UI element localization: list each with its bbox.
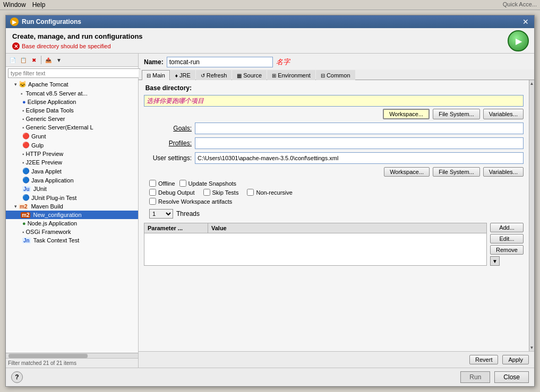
tree-item-http-preview[interactable]: ▪ HTTP Preview [6,150,138,158]
base-directory-row: Base directory: [144,84,524,92]
variables-button-1[interactable]: Variables... [483,109,524,119]
add-param-button[interactable]: Add... [490,223,524,232]
profiles-label: Profiles: [144,140,192,147]
scroll-up-arrow[interactable]: ▲ [530,80,534,87]
resolve-workspace-checkbox[interactable] [149,198,156,205]
params-area-row: Parameter ... Value Add... Edit... Remov… [144,223,524,270]
tree-item-eclipse-data[interactable]: ▪ Eclipse Data Tools [6,106,138,115]
profiles-input[interactable] [195,137,524,149]
tree-item-apache-tomcat[interactable]: ▾ 🐱 Apache Tomcat [6,80,138,89]
tree-item-junit-plugin[interactable]: 🔵 JUnit Plug-in Test [6,193,138,202]
tree-item-new-configuration[interactable]: m2 New_configuration [6,211,138,219]
menu-bar: Window Help Quick Acce... [0,0,540,10]
update-snapshots-checkbox[interactable] [179,180,186,187]
dialog-close-button[interactable]: ✕ [521,18,530,26]
apply-button[interactable]: Apply [502,355,529,364]
grunt-icon: 🔴 [22,133,30,140]
update-snapshots-label: Update Snapshots [188,180,237,187]
tab-environment-label: Environment [278,72,311,79]
resolve-workspace-checkbox-item: Resolve Workspace artifacts [149,198,232,205]
scroll-down-arrow[interactable]: ▼ [530,344,534,351]
filesys-button-2[interactable]: File System... [433,167,480,177]
dialog-title-left: ▶ Run Configurations [10,18,81,26]
error-message: Base directory should be specified [22,43,111,49]
offline-label: Offline [158,180,175,187]
user-settings-input[interactable] [195,152,524,164]
menu-help[interactable]: Help [32,1,46,8]
eclipse-data-icon: ▪ [22,108,24,114]
tree-item-task-context[interactable]: Jn Task Context Test [6,236,138,245]
base-directory-input[interactable] [144,95,524,107]
tree-item-java-applet[interactable]: 🔵 Java Applet [6,167,138,176]
help-button[interactable]: ? [11,371,23,383]
tree-label-generic-ext: Generic Server(External L [26,124,93,130]
right-scroll-indicator[interactable]: ▲ ▼ [529,80,534,351]
new-config-button[interactable]: 📄 [8,55,18,65]
menu-window[interactable]: Window [3,1,26,8]
tab-main[interactable]: ⊟ Main [142,70,170,80]
delete-config-button[interactable]: ✖ [29,55,39,65]
tab-jre[interactable]: ♦ JRE [170,70,195,80]
error-icon: ✕ [12,42,20,50]
params-table: Parameter ... Value [144,223,487,266]
revert-button[interactable]: Revert [469,355,498,364]
base-dir-input-row [144,95,524,107]
copy-config-button[interactable]: 📋 [19,55,28,65]
skip-tests-checkbox-item: Skip Tests [203,189,239,196]
tree-label-maven-build: Maven Build [31,203,63,210]
export-button[interactable]: 📤 [44,55,53,65]
filesys-button-1[interactable]: File System... [433,109,480,119]
tree-item-generic-server[interactable]: ▪ Generic Server [6,115,138,123]
variables-button-2[interactable]: Variables... [483,167,524,177]
tab-main-label: Main [152,72,165,79]
tree-label-http-preview: HTTP Preview [26,151,64,157]
filter-input[interactable] [8,68,140,78]
tree-label-junit-plugin: JUnit Plug-in Test [31,195,76,201]
left-scrollbar[interactable] [6,353,138,358]
non-recursive-checkbox[interactable] [247,189,254,196]
params-scroll-down[interactable]: ▼ [490,256,500,266]
tree-item-generic-ext[interactable]: ▪ Generic Server(External L [6,123,138,132]
dialog-header-title: Create, manage, and run configurations [12,32,528,40]
workspace-button-1[interactable]: Workspace... [383,109,430,119]
params-right-buttons: Add... Edit... Remove ▼ [487,223,524,266]
run-button[interactable]: Run [460,371,490,383]
name-input[interactable] [167,57,273,67]
checkbox-row-3: Resolve Workspace artifacts [149,198,524,205]
workspace-button-2[interactable]: Workspace... [384,167,430,177]
debug-output-checkbox[interactable] [149,189,156,196]
tree-item-java-app[interactable]: 🔵 Java Application [6,176,138,185]
tab-environment[interactable]: ⊞ Environment [267,70,315,80]
tab-common[interactable]: ⊟ Common [316,70,355,80]
tree-item-osgi[interactable]: ▪ OSGi Framework [6,228,138,236]
edit-param-button[interactable]: Edit... [490,234,524,243]
tree-item-grunt[interactable]: 🔴 Grunt [6,132,138,141]
http-icon: ▪ [22,151,24,157]
quick-access[interactable]: Quick Acce... [503,1,537,8]
tree-item-nodejs[interactable]: ● Node.js Application [6,219,138,228]
tree-label-java-app: Java Application [31,177,74,184]
toolbar-separator-1 [41,56,41,64]
skip-tests-checkbox[interactable] [203,189,210,196]
tree-item-j2ee[interactable]: ▪ J2EE Preview [6,158,138,167]
tree-item-maven-build[interactable]: ▾ m2 Maven Build [6,202,138,211]
tab-refresh[interactable]: ↺ Refresh [196,70,232,80]
tab-source[interactable]: ▦ Source [232,70,267,80]
tree-label-nodejs: Node.js Application [28,220,78,227]
tree-item-gulp[interactable]: 🔴 Gulp [6,141,138,150]
scrollbar-thumb [8,354,88,358]
threads-select[interactable]: 1 2 4 [149,209,173,219]
debug-output-label: Debug Output [158,189,195,196]
close-button[interactable]: Close [494,371,529,383]
remove-param-button[interactable]: Remove [490,245,524,255]
workspace-buttons-row-1: Workspace... File System... Variables... [144,109,524,119]
tree-item-junit[interactable]: Ju JUnit [6,185,138,193]
filter-dropdown-button[interactable]: ▼ [54,55,64,65]
tree-item-eclipse-app[interactable]: ● Eclipse Application [6,98,138,106]
goals-input[interactable] [195,123,524,134]
task-icon: Jn [22,238,31,243]
bottom-buttons: Revert Apply [139,351,534,368]
tree-item-tomcat-v85[interactable]: ▪ Tomcat v8.5 Server at... [6,89,138,98]
run-green-button[interactable] [508,30,529,51]
offline-checkbox[interactable] [149,180,156,187]
